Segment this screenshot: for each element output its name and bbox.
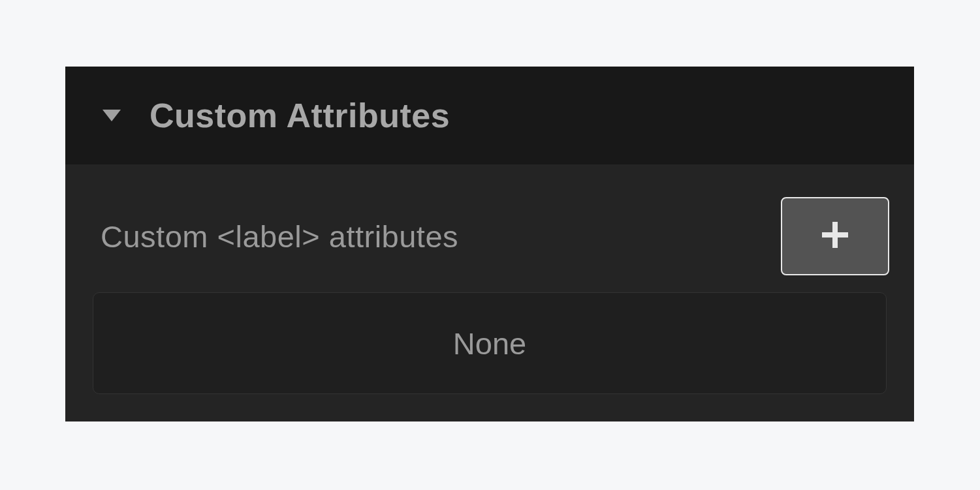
section-header[interactable]: Custom Attributes bbox=[65, 67, 914, 164]
custom-attributes-panel: Custom Attributes Custom <label> attribu… bbox=[65, 67, 914, 421]
section-title: Custom Attributes bbox=[150, 96, 450, 135]
attributes-value: None bbox=[453, 326, 526, 361]
attributes-value-box[interactable]: None bbox=[93, 292, 887, 394]
section-body: Custom <label> attributes None bbox=[65, 164, 914, 421]
plus-icon bbox=[821, 221, 849, 252]
svg-marker-0 bbox=[103, 110, 121, 121]
svg-rect-2 bbox=[822, 232, 848, 237]
add-attribute-button[interactable] bbox=[781, 197, 889, 275]
attributes-row: Custom <label> attributes bbox=[93, 185, 887, 290]
chevron-down-icon bbox=[101, 108, 122, 123]
row-label: Custom <label> attributes bbox=[101, 219, 458, 254]
